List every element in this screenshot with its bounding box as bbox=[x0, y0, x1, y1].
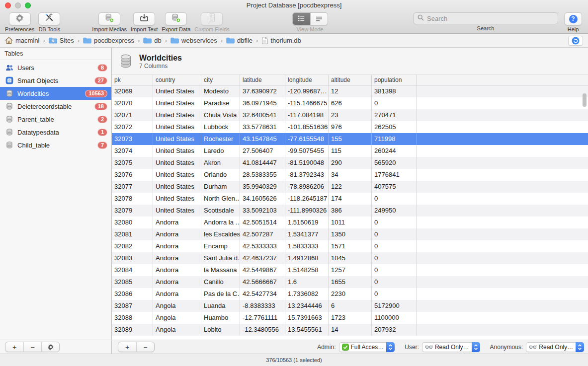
cell-pk[interactable]: 32075 bbox=[112, 157, 153, 169]
sidebar-item-parent-table[interactable]: Parent_table2 bbox=[0, 113, 111, 126]
cell-population[interactable]: 0 bbox=[372, 193, 417, 205]
cell-country[interactable]: United States bbox=[153, 193, 201, 205]
cell-city[interactable]: Luanda bbox=[201, 300, 240, 312]
cell-city[interactable]: Laredo bbox=[201, 145, 240, 157]
column-header-latitude[interactable]: latitude bbox=[240, 75, 285, 85]
cell-population[interactable]: 0 bbox=[372, 276, 417, 288]
breadcrumb-item-pocdbexpress[interactable]: pocdbexpress bbox=[83, 37, 134, 44]
cell-city[interactable]: Durham bbox=[201, 181, 240, 193]
toolbar-button-custom-fields[interactable]: Custom Fields bbox=[194, 12, 229, 32]
cell-city[interactable]: Canillo bbox=[201, 276, 240, 288]
table-row[interactable]: 32085AndorraCanillo42.56666671.616550 bbox=[112, 276, 588, 288]
cell-pk[interactable]: 32081 bbox=[112, 228, 153, 240]
cell-pk[interactable]: 32083 bbox=[112, 252, 153, 264]
cell-longitude[interactable]: 15.7391663 bbox=[285, 312, 329, 324]
cell-country[interactable]: Andorra bbox=[153, 228, 201, 240]
toolbar-button-export-data[interactable]: Export Data bbox=[162, 12, 190, 32]
cell-altitude[interactable]: 2230 bbox=[329, 288, 372, 300]
admin-permission-select[interactable]: Full Acces… bbox=[339, 342, 395, 352]
cell-pk[interactable]: 32070 bbox=[112, 97, 153, 109]
cell-country[interactable]: Andorra bbox=[153, 276, 201, 288]
table-row[interactable]: 32083AndorraSant Julia d…42.46372371.491… bbox=[112, 252, 588, 264]
column-header-population[interactable]: population bbox=[372, 75, 417, 85]
cell-altitude[interactable]: 1655 bbox=[329, 276, 372, 288]
cell-latitude[interactable]: -12.7761111 bbox=[240, 312, 285, 324]
cell-altitude[interactable]: 1011 bbox=[329, 217, 372, 228]
cell-population[interactable]: 565920 bbox=[372, 157, 417, 169]
cell-city[interactable]: Orlando bbox=[201, 169, 240, 181]
cell-latitude[interactable]: 34.1605626 bbox=[240, 193, 285, 205]
cell-latitude[interactable]: 42.5427734 bbox=[240, 288, 285, 300]
cell-city[interactable]: Chula Vista bbox=[201, 109, 240, 121]
cell-city[interactable]: Sant Julia d… bbox=[201, 252, 240, 264]
cell-longitude[interactable]: -111.8990326 bbox=[285, 205, 329, 217]
cell-city[interactable]: Huambo bbox=[201, 312, 240, 324]
cell-pk[interactable]: 32084 bbox=[112, 264, 153, 276]
cell-longitude[interactable]: 1.4912868 bbox=[285, 252, 329, 264]
cell-population[interactable]: 1100000 bbox=[372, 312, 417, 324]
cell-city[interactable]: Paradise bbox=[201, 97, 240, 109]
table-row[interactable]: 32086AndorraPas de la C…42.54277341.7336… bbox=[112, 288, 588, 300]
cell-altitude[interactable]: 34 bbox=[329, 169, 372, 181]
cell-latitude[interactable]: 32.6400541 bbox=[240, 109, 285, 121]
cell-population[interactable]: 260244 bbox=[372, 145, 417, 157]
cell-longitude[interactable]: 1.5150619 bbox=[285, 217, 329, 228]
sidebar-item-deleterecordstable[interactable]: Deleterecordstable18 bbox=[0, 100, 111, 113]
preferences-button[interactable] bbox=[9, 12, 31, 25]
cell-pk[interactable]: 32073 bbox=[112, 133, 153, 145]
cell-population[interactable]: 381398 bbox=[372, 85, 417, 97]
cell-longitude[interactable]: -101.8551636 bbox=[285, 121, 329, 133]
cell-country[interactable]: Andorra bbox=[153, 217, 201, 228]
cell-altitude[interactable]: 14 bbox=[329, 324, 372, 336]
cell-city[interactable]: Pas de la C… bbox=[201, 288, 240, 300]
table-row[interactable]: 32089AngolaLobito-12.348055613.545556114… bbox=[112, 324, 588, 336]
cell-latitude[interactable]: 37.6390972 bbox=[240, 85, 285, 97]
cell-city[interactable]: Lubbock bbox=[201, 121, 240, 133]
close-window-button[interactable] bbox=[5, 2, 11, 8]
cell-altitude[interactable]: 290 bbox=[329, 157, 372, 169]
cell-longitude[interactable]: -77.6155548 bbox=[285, 133, 329, 145]
cell-longitude[interactable]: -81.5190048 bbox=[285, 157, 329, 169]
cell-population[interactable]: 0 bbox=[372, 228, 417, 240]
cell-pk[interactable]: 32069 bbox=[112, 85, 153, 97]
cell-longitude[interactable]: -117.084198 bbox=[285, 109, 329, 121]
toolbar-button-import-medias[interactable]: Import Medias bbox=[92, 12, 127, 32]
cell-latitude[interactable]: 42.5333333 bbox=[240, 240, 285, 252]
cell-city[interactable]: Encamp bbox=[201, 240, 240, 252]
cell-altitude[interactable]: 1350 bbox=[329, 228, 372, 240]
cell-city[interactable]: Modesto bbox=[201, 85, 240, 97]
cell-latitude[interactable]: 42.507287 bbox=[240, 228, 285, 240]
breadcrumb-item-db[interactable]: db bbox=[143, 37, 161, 44]
cell-country[interactable]: United States bbox=[153, 97, 201, 109]
refresh-button[interactable] bbox=[568, 36, 583, 46]
sidebar-item-smart-objects[interactable]: Smart Objects27 bbox=[0, 74, 111, 87]
table-row[interactable]: 32077United StatesDurham35.9940329-78.89… bbox=[112, 181, 588, 193]
cell-population[interactable]: 711998 bbox=[372, 133, 417, 145]
sidebar-item-datatypesdata[interactable]: Datatypesdata1 bbox=[0, 126, 111, 139]
cell-longitude[interactable]: 1.7336082 bbox=[285, 288, 329, 300]
cell-country[interactable]: Andorra bbox=[153, 264, 201, 276]
cell-longitude[interactable]: 1.5833333 bbox=[285, 240, 329, 252]
table-row[interactable]: 32070United StatesParadise36.0971945-115… bbox=[112, 97, 588, 109]
cell-altitude[interactable]: 386 bbox=[329, 205, 372, 217]
cell-latitude[interactable]: 42.5051514 bbox=[240, 217, 285, 228]
cell-population[interactable]: 407575 bbox=[372, 181, 417, 193]
anonymous-permission-select[interactable]: Read Only… bbox=[526, 342, 584, 352]
cell-city[interactable]: Rochester bbox=[201, 133, 240, 145]
cell-country[interactable]: United States bbox=[153, 133, 201, 145]
sidebar-item-worldcities[interactable]: Worldcities10563 bbox=[0, 87, 111, 100]
cell-pk[interactable]: 32077 bbox=[112, 181, 153, 193]
table-row[interactable]: 32071United StatesChula Vista32.6400541-… bbox=[112, 109, 588, 121]
table-row[interactable]: 32084Andorrala Massana42.54498671.514825… bbox=[112, 264, 588, 276]
cell-city[interactable]: North Glen… bbox=[201, 193, 240, 205]
cell-country[interactable]: United States bbox=[153, 85, 201, 97]
cell-pk[interactable]: 32085 bbox=[112, 276, 153, 288]
import-medias-button[interactable] bbox=[98, 12, 120, 25]
cell-longitude[interactable]: 13.5455561 bbox=[285, 324, 329, 336]
cell-longitude[interactable]: -81.3792343 bbox=[285, 169, 329, 181]
cell-latitude[interactable]: 36.0971945 bbox=[240, 97, 285, 109]
cell-altitude[interactable]: 122 bbox=[329, 181, 372, 193]
column-header-city[interactable]: city bbox=[201, 75, 240, 85]
table-row[interactable]: 32088AngolaHuambo-12.776111115.739166317… bbox=[112, 312, 588, 324]
cell-longitude[interactable]: -120.99687… bbox=[285, 85, 329, 97]
